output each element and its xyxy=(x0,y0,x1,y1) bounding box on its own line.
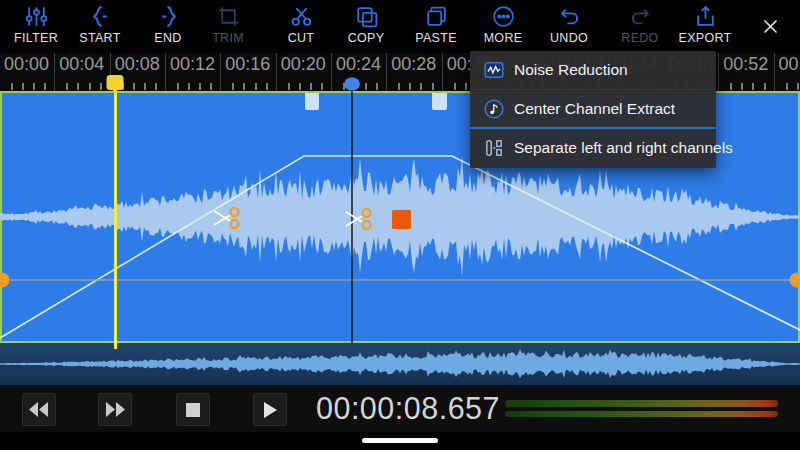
ruler-tick xyxy=(44,83,46,90)
export-button[interactable]: EXPORT xyxy=(672,4,738,52)
transport-bar: 00:00:08.657 xyxy=(0,385,800,432)
volume-handle-left[interactable] xyxy=(0,273,10,288)
ruler-cell[interactable]: 00:16 xyxy=(221,53,276,91)
fast-forward-button[interactable] xyxy=(98,393,132,426)
menu-item-noise-reduction[interactable]: Noise Reduction xyxy=(470,51,716,89)
ruler-cell[interactable]: 00:04 xyxy=(55,53,110,91)
play-icon xyxy=(263,402,277,418)
end-brace-icon xyxy=(156,4,181,29)
ruler-tick xyxy=(11,83,13,90)
menu-item-label: Center Channel Extract xyxy=(514,100,675,118)
paste-icon xyxy=(424,4,449,29)
ruler-tick xyxy=(155,83,157,90)
ruler-tick xyxy=(89,83,91,90)
trim-label: TRIM xyxy=(212,31,244,45)
ruler-tick xyxy=(144,83,146,90)
ruler-cell[interactable]: 00:28 xyxy=(387,53,442,91)
ruler-tick xyxy=(764,83,766,90)
ruler-tick xyxy=(321,83,323,90)
cut-marker-scissors[interactable] xyxy=(211,204,243,232)
ruler-cell[interactable]: 00:20 xyxy=(277,53,332,91)
paste-label: PASTE xyxy=(415,31,457,45)
ruler-tick xyxy=(199,83,201,90)
menu-item-label: Separate left and right channels xyxy=(514,139,733,157)
edit-marker-tab[interactable] xyxy=(432,93,447,110)
level-meter-left xyxy=(505,400,778,407)
ruler-tick xyxy=(77,83,79,90)
ruler-tick xyxy=(365,83,367,90)
ruler-tick xyxy=(232,83,234,90)
ruler-tick xyxy=(255,83,257,90)
selection-start-line[interactable] xyxy=(114,91,117,349)
rewind-button[interactable] xyxy=(22,393,56,426)
ruler-tick xyxy=(188,83,190,90)
bottom-bar xyxy=(0,432,800,450)
trim-icon xyxy=(216,4,241,29)
ruler-tick xyxy=(266,83,268,90)
time-display: 00:00:08.657 xyxy=(313,391,503,426)
undo-button[interactable]: UNDO xyxy=(536,4,602,52)
ruler-tick xyxy=(33,83,35,90)
ruler-cell[interactable]: 00:12 xyxy=(166,53,221,91)
selection-start-button[interactable]: START xyxy=(67,4,133,52)
ruler-time-label: 00:04 xyxy=(59,54,104,75)
cut-label: CUT xyxy=(288,31,315,45)
paste-button[interactable]: PASTE xyxy=(403,4,469,52)
overview-waveform[interactable] xyxy=(0,343,800,385)
cut-button[interactable]: CUT xyxy=(268,4,334,52)
export-label: EXPORT xyxy=(679,31,732,45)
ruler-time-label: 00:52 xyxy=(723,54,768,75)
filter-button[interactable]: FILTER xyxy=(3,4,69,52)
menu-item-center-channel-extract[interactable]: Center Channel Extract xyxy=(470,89,716,127)
more-dropdown-menu: Noise Reduction Center Channel Extract S… xyxy=(470,51,716,168)
home-indicator[interactable] xyxy=(362,438,438,443)
redo-label: REDO xyxy=(621,31,658,45)
ruler-time-label: 00:28 xyxy=(391,54,436,75)
ruler-cell[interactable]: 00:56 xyxy=(775,53,800,91)
ruler-time-label: 00:56 xyxy=(779,54,800,75)
ruler-tick xyxy=(288,83,290,90)
toolbar: FILTER START END TRIM CUT xyxy=(0,0,800,53)
ruler-tick xyxy=(454,83,456,90)
volume-handle-right[interactable] xyxy=(790,273,800,288)
close-button[interactable] xyxy=(752,8,788,44)
more-button[interactable]: MORE xyxy=(470,4,536,52)
playhead-dot[interactable] xyxy=(343,76,361,92)
copy-button[interactable]: COPY xyxy=(333,4,399,52)
ruler-time-label: 00:08 xyxy=(115,54,160,75)
ruler-tick xyxy=(243,83,245,90)
copy-icon xyxy=(354,4,379,29)
ruler-tick xyxy=(177,83,179,90)
overview-strip[interactable] xyxy=(0,343,800,385)
split-channels-icon xyxy=(483,137,505,159)
menu-item-separate-channels[interactable]: Separate left and right channels xyxy=(470,127,716,166)
undo-label: UNDO xyxy=(550,31,588,45)
ruler-tick xyxy=(398,83,400,90)
play-button[interactable] xyxy=(253,393,287,426)
rewind-icon xyxy=(28,402,50,417)
level-meter-right xyxy=(505,411,778,417)
ruler-tick xyxy=(376,83,378,90)
ruler-cell[interactable]: 00:52 xyxy=(719,53,774,91)
clip-segment-handle[interactable] xyxy=(392,210,411,229)
selection-end-button[interactable]: END xyxy=(135,4,201,52)
stop-button[interactable] xyxy=(176,393,210,426)
ruler-tick xyxy=(100,83,102,90)
stop-icon xyxy=(186,403,200,417)
trim-button: TRIM xyxy=(195,4,261,52)
undo-icon xyxy=(557,4,582,29)
ruler-tick xyxy=(22,83,24,90)
ruler-tick xyxy=(752,83,754,90)
filter-label: FILTER xyxy=(14,31,58,45)
ruler-tick xyxy=(797,83,799,90)
ruler-tick xyxy=(409,83,411,90)
ruler-cell[interactable]: 00:00 xyxy=(0,53,55,91)
ruler-tick xyxy=(741,83,743,90)
ruler-tick xyxy=(210,83,212,90)
cut-marker-scissors[interactable] xyxy=(343,205,375,233)
edit-marker-tab[interactable] xyxy=(305,93,319,110)
fast-forward-icon xyxy=(104,402,126,417)
ruler-tick xyxy=(432,83,434,90)
start-marker-pin[interactable] xyxy=(105,74,125,100)
ruler-tick xyxy=(133,83,135,90)
